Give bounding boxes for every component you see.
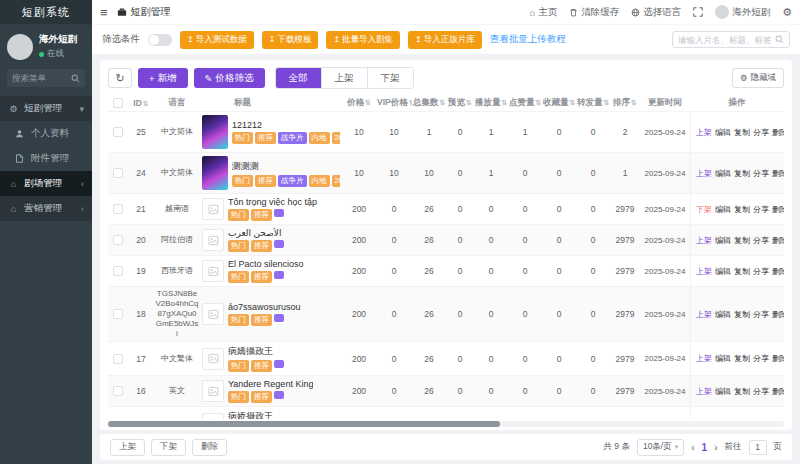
download-template-button[interactable]: ↧ 下载模板	[262, 31, 319, 49]
action-status-toggle[interactable]: 上架	[696, 386, 712, 397]
col-header-plays[interactable]: 播放量⇅	[474, 95, 508, 111]
broken-image-thumbnail[interactable]	[202, 198, 224, 220]
sidebar-search-input[interactable]	[12, 73, 68, 83]
fullscreen-icon[interactable]	[693, 7, 703, 17]
row-checkbox[interactable]	[113, 309, 123, 319]
col-header-id[interactable]: ID⇅	[128, 96, 154, 110]
row-checkbox[interactable]	[113, 127, 123, 137]
table-search-input[interactable]	[678, 35, 772, 45]
action-delete[interactable]: 删除	[772, 386, 784, 397]
action-edit[interactable]: 编辑	[715, 127, 731, 138]
action-status-toggle[interactable]: 下架	[696, 204, 712, 215]
import-licensed-library-button[interactable]: ↥ 导入正版片库	[408, 31, 482, 49]
action-edit[interactable]: 编辑	[715, 386, 731, 397]
col-header-vip-price[interactable]: VIP价格⇅	[376, 95, 412, 111]
action-delete[interactable]: 删除	[772, 266, 784, 277]
action-copy[interactable]: 复制	[734, 266, 750, 277]
sidebar-item-theater-mgmt[interactable]: ⌂ 剧场管理 ‹	[0, 171, 92, 196]
clear-cache-link[interactable]: 清除缓存	[569, 6, 619, 19]
page-number[interactable]: 1	[702, 442, 708, 453]
action-delete[interactable]: 删除	[772, 353, 784, 364]
hamburger-icon[interactable]: ≡	[100, 5, 108, 20]
next-page-button[interactable]: ›	[714, 442, 717, 453]
action-copy[interactable]: 复制	[734, 418, 750, 419]
action-share[interactable]: 分享	[753, 168, 769, 179]
add-button[interactable]: + 新增	[138, 68, 188, 88]
action-edit[interactable]: 编辑	[715, 204, 731, 215]
action-edit[interactable]: 编辑	[715, 418, 731, 419]
goto-page-input[interactable]	[749, 440, 767, 455]
home-link[interactable]: ⌂ 主页	[529, 6, 557, 19]
action-copy[interactable]: 复制	[734, 127, 750, 138]
sidebar-item-drama-mgmt[interactable]: ⚙ 短剧管理 ▾	[0, 96, 92, 121]
action-status-toggle[interactable]: 上架	[696, 266, 712, 277]
action-copy[interactable]: 复制	[734, 168, 750, 179]
action-share[interactable]: 分享	[753, 266, 769, 277]
tab-drama-mgmt[interactable]: 短剧管理	[117, 5, 171, 19]
action-share[interactable]: 分享	[753, 386, 769, 397]
col-header-episodes[interactable]: 总集数⇅	[412, 95, 446, 111]
action-delete[interactable]: 删除	[772, 204, 784, 215]
action-share[interactable]: 分享	[753, 204, 769, 215]
prev-page-button[interactable]: ‹	[691, 442, 694, 453]
row-checkbox[interactable]	[113, 266, 123, 276]
action-edit[interactable]: 编辑	[715, 168, 731, 179]
action-edit[interactable]: 编辑	[715, 235, 731, 246]
tab-all[interactable]: 全部	[276, 68, 321, 88]
import-test-data-button[interactable]: ↥ 导入测试数据	[180, 31, 254, 49]
col-header-likes[interactable]: 点赞量⇅	[508, 95, 542, 111]
row-checkbox[interactable]	[113, 354, 123, 364]
broken-image-thumbnail[interactable]	[202, 260, 224, 282]
action-delete[interactable]: 删除	[772, 127, 784, 138]
broken-image-thumbnail[interactable]	[202, 380, 224, 402]
action-copy[interactable]: 复制	[734, 309, 750, 320]
col-header-shares[interactable]: 转发量⇅	[576, 95, 610, 111]
user-menu[interactable]: 海外短剧	[715, 5, 770, 19]
action-copy[interactable]: 复制	[734, 386, 750, 397]
action-share[interactable]: 分享	[753, 418, 769, 419]
price-filter-button[interactable]: ✎ 价格筛选	[194, 68, 265, 88]
action-edit[interactable]: 编辑	[715, 309, 731, 320]
action-status-toggle[interactable]: 下架	[696, 418, 712, 419]
action-status-toggle[interactable]: 上架	[696, 127, 712, 138]
broken-image-thumbnail[interactable]	[202, 413, 224, 420]
action-status-toggle[interactable]: 上架	[696, 235, 712, 246]
bulk-delete-button[interactable]: 删除	[192, 439, 227, 456]
row-checkbox[interactable]	[113, 235, 123, 245]
col-header-favorites[interactable]: 收藏量⇅	[542, 95, 576, 111]
row-checkbox[interactable]	[113, 168, 123, 178]
broken-image-thumbnail[interactable]	[202, 303, 224, 325]
batch-import-episodes-button[interactable]: ↥ 批量导入剧集	[326, 31, 400, 49]
refresh-button[interactable]: ↻	[108, 68, 132, 88]
action-share[interactable]: 分享	[753, 235, 769, 246]
language-link[interactable]: 选择语言	[631, 6, 681, 19]
batch-upload-tutorial-link[interactable]: 查看批量上传教程	[490, 33, 566, 46]
action-delete[interactable]: 删除	[772, 418, 784, 419]
action-share[interactable]: 分享	[753, 353, 769, 364]
action-status-toggle[interactable]: 上架	[696, 353, 712, 364]
sidebar-item-marketing-mgmt[interactable]: ⌂ 营销管理 ‹	[0, 196, 92, 221]
broken-image-thumbnail[interactable]	[202, 348, 224, 370]
action-delete[interactable]: 删除	[772, 168, 784, 179]
action-delete[interactable]: 删除	[772, 235, 784, 246]
action-edit[interactable]: 编辑	[715, 353, 731, 364]
col-header-price[interactable]: 价格⇅	[342, 95, 376, 111]
col-header-preview[interactable]: 预览⇅	[446, 95, 474, 111]
action-status-toggle[interactable]: 上架	[696, 168, 712, 179]
row-checkbox[interactable]	[113, 386, 123, 396]
action-delete[interactable]: 删除	[772, 309, 784, 320]
hide-columns-button[interactable]: ⚙ 隐藏域	[732, 68, 784, 88]
gear-icon[interactable]: ⚙	[782, 6, 792, 19]
bulk-off-shelf-button[interactable]: 下架	[151, 439, 186, 456]
select-all-checkbox[interactable]	[113, 98, 123, 108]
poster-thumbnail[interactable]	[202, 156, 228, 190]
action-edit[interactable]: 编辑	[715, 266, 731, 277]
action-status-toggle[interactable]: 上架	[696, 309, 712, 320]
action-copy[interactable]: 复制	[734, 353, 750, 364]
scrollbar-thumb[interactable]	[108, 421, 500, 427]
action-copy[interactable]: 复制	[734, 204, 750, 215]
row-checkbox[interactable]	[113, 204, 123, 214]
col-header-sort[interactable]: 排序⇅	[610, 95, 640, 111]
sidebar-item-profile[interactable]: 个人资料	[0, 121, 92, 146]
action-copy[interactable]: 复制	[734, 235, 750, 246]
